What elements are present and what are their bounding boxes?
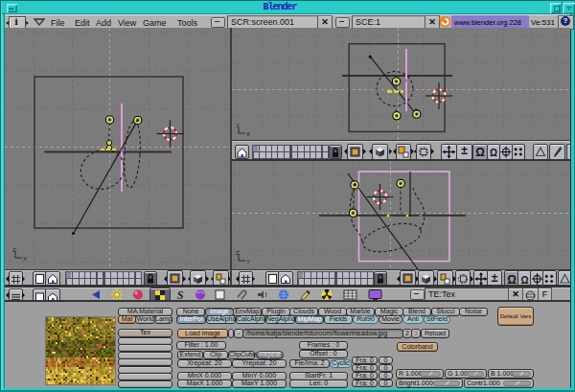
svg-text:Ω: Ω [475,146,485,159]
svg-text:X: X [246,131,250,137]
svg-text:Y: Y [236,123,240,128]
svg-text:Z: Z [12,247,16,253]
svg-text:S: S [177,288,184,302]
svg-text:Ω: Ω [520,275,528,286]
svg-text:X: X [23,256,27,262]
svg-text:Ω: Ω [490,148,497,158]
svg-text:Ω: Ω [507,273,517,287]
svg-text:Z: Z [236,250,240,256]
svg-text:Y: Y [246,259,250,265]
